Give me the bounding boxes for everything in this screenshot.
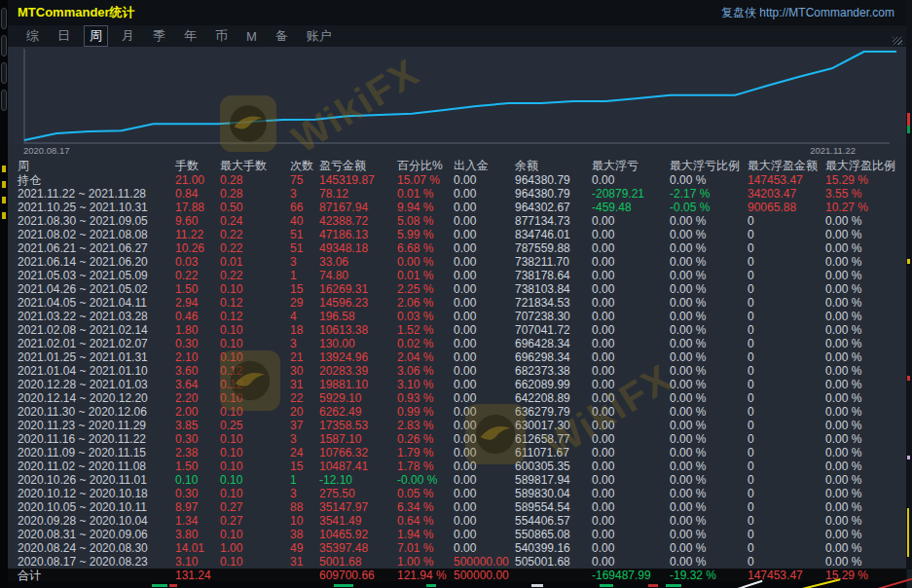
cell: 662089.99 (515, 378, 592, 391)
cell: -2.17 % (670, 187, 748, 201)
table-row[interactable]: 2021.03.22 ~ 2021.03.280.460.124196.580.… (8, 310, 906, 323)
table-row[interactable]: 2021.06.21 ~ 2021.06.2710.260.225149348.… (8, 241, 906, 255)
table-row[interactable]: 2021.01.04 ~ 2021.01.103.600.123020283.3… (8, 364, 906, 378)
cell: 3.10 % (397, 378, 454, 391)
table-row[interactable]: 2020.12.14 ~ 2020.12.202.200.10225929.10… (8, 391, 906, 405)
brand-url[interactable]: http://MTCommander.com (759, 6, 894, 19)
cell: 10.26 (175, 241, 220, 255)
cell: 0.00 (592, 323, 670, 337)
cell: 15.29 % (825, 173, 906, 187)
table-row[interactable]: 2020.08.31 ~ 2020.09.063.800.103810465.9… (8, 528, 906, 541)
menu-item-5[interactable]: 季 (148, 26, 170, 46)
menu-item-1[interactable]: 综 (21, 26, 44, 46)
cell: 0.93 % (397, 391, 454, 405)
table-row[interactable]: 2021.04.26 ~ 2021.05.021.500.101516269.3… (8, 282, 906, 296)
cell: 0.00 % (825, 514, 906, 528)
cell: 0 (748, 555, 825, 569)
cell: 0.30 (175, 337, 220, 350)
cell: 2.25 % (397, 282, 454, 296)
table-row[interactable]: 2020.11.02 ~ 2020.11.081.500.101510487.4… (8, 459, 906, 473)
menu-item-2[interactable]: 日 (53, 26, 75, 46)
cell: 0.00 (592, 350, 670, 364)
cell: 42388.72 (319, 214, 397, 228)
menu-item-7[interactable]: 币 (210, 26, 233, 46)
cell: 696428.34 (515, 337, 592, 350)
background-tick (907, 113, 910, 126)
table-row[interactable]: 2021.02.01 ~ 2021.02.070.300.103130.000.… (8, 337, 906, 350)
cell: 38 (290, 528, 319, 541)
table-row[interactable]: 2021.02.08 ~ 2021.02.141.800.101810613.3… (8, 323, 906, 337)
brand-link[interactable]: 复盘侠 http://MTCommander.com (721, 5, 894, 21)
cell: 2021.11.22 ~ 2021.11.28 (18, 187, 175, 201)
cell: 1587.10 (319, 432, 397, 446)
menu-item-8[interactable]: M (241, 28, 262, 45)
table-row[interactable]: 2020.10.12 ~ 2020.10.180.300.103275.500.… (8, 487, 906, 500)
cell: 500000.00 (454, 555, 515, 569)
cell: -0.05 % (670, 201, 748, 214)
cell: 2021.10.25 ~ 2021.10.31 (18, 201, 175, 214)
table-row[interactable]: 2020.11.09 ~ 2020.11.152.380.102410766.3… (8, 446, 906, 459)
table-row[interactable]: 持仓21.000.2875145319.8715.07 %0.00964380.… (8, 173, 906, 187)
cell: 百分比% (397, 158, 454, 173)
cell: 2.38 (175, 446, 220, 459)
menu-item-3[interactable]: 周 (84, 25, 108, 47)
cell: 3 (290, 255, 319, 269)
menu-item-6[interactable]: 年 (179, 26, 201, 46)
table-row[interactable]: 2020.08.24 ~ 2020.08.3014.011.004935397.… (8, 541, 906, 555)
cell: 51 (290, 228, 319, 241)
table-row[interactable]: 2021.10.25 ~ 2021.10.3117.880.506687167.… (8, 201, 906, 214)
table-row[interactable]: 2020.12.28 ~ 2021.01.033.640.123119881.1… (8, 378, 906, 391)
cell: 0.28 (220, 173, 290, 187)
background-candle (666, 584, 681, 587)
table-row[interactable]: 2020.10.26 ~ 2020.11.010.100.101-12.10-0… (8, 473, 906, 487)
cell: 18 (290, 323, 319, 337)
table-row[interactable]: 2021.05.03 ~ 2021.05.090.220.22174.800.0… (8, 269, 906, 282)
cell: 0.00 (592, 337, 670, 350)
cell: 707041.72 (515, 323, 592, 337)
cell: 35397.48 (319, 541, 397, 555)
menu-item-4[interactable]: 月 (117, 26, 139, 46)
cell: 0.00 (454, 228, 515, 241)
table-row[interactable]: 2020.09.28 ~ 2020.10.041.340.27103541.49… (8, 514, 906, 528)
cell: 0.00 (454, 201, 515, 214)
cell: 2021.03.22 ~ 2021.03.28 (18, 310, 175, 323)
cell: 34203.47 (748, 187, 825, 201)
cell: 0 (748, 459, 825, 473)
table-row[interactable]: 2021.08.02 ~ 2021.08.0811.220.225147186.… (8, 228, 906, 241)
cell: 0 (748, 350, 825, 364)
background-window-bottom-edge (8, 581, 906, 588)
cell: 周 (18, 158, 175, 173)
table-row[interactable]: 2021.11.22 ~ 2021.11.280.840.28378.120.0… (8, 187, 906, 201)
cell: 0.10 (220, 282, 290, 296)
table-row[interactable]: 2020.08.17 ~ 2020.08.233.100.10315001.68… (8, 555, 906, 569)
table-row[interactable]: 2020.11.30 ~ 2020.12.062.000.10206262.49… (8, 405, 906, 419)
titlebar[interactable]: MTCommander统计 复盘侠 http://MTCommander.com (8, 0, 906, 25)
menu-item-9[interactable]: 备 (271, 26, 293, 46)
cell: 611071.67 (515, 446, 592, 459)
cell: 88 (290, 500, 319, 514)
cell: 630017.30 (515, 419, 592, 432)
cell: 3 (290, 187, 319, 201)
table-row[interactable]: 2021.04.05 ~ 2021.04.112.940.122914596.2… (8, 296, 906, 310)
axis-end-date: 2021.11.22 (810, 145, 856, 156)
cell: 0.00 % (825, 459, 906, 473)
table-row[interactable]: 2021.01.25 ~ 2021.01.312.100.102113924.9… (8, 350, 906, 364)
table-header-row: 周手数最大手数次数盈亏金额百分比%出入金余额最大浮亏最大浮亏比例最大浮盈金额最大… (8, 158, 906, 173)
cell: 0 (748, 282, 825, 296)
cell: 2021.08.02 ~ 2021.08.08 (18, 228, 175, 241)
cell: 145319.87 (319, 173, 397, 187)
menu-item-10[interactable]: 账户 (302, 26, 337, 46)
cell: 0.22 (220, 241, 290, 255)
resize-grip-icon[interactable] (893, 37, 902, 45)
cell: 0.12 (220, 364, 290, 378)
cell: 0.00 (592, 473, 670, 487)
cell: 0.01 % (397, 269, 454, 282)
table-row[interactable]: 2021.06.14 ~ 2021.06.200.030.01333.060.0… (8, 255, 906, 269)
table-row[interactable]: 2021.08.30 ~ 2021.09.059.600.244042388.7… (8, 214, 906, 228)
table-row[interactable]: 2020.11.16 ~ 2020.11.220.300.1031587.100… (8, 432, 906, 446)
table-row[interactable]: 2020.11.23 ~ 2020.11.293.850.253717358.5… (8, 419, 906, 432)
cell: 3 (290, 487, 319, 500)
table-row[interactable]: 2020.10.05 ~ 2020.10.118.970.278835147.9… (8, 500, 906, 514)
cell: 0.00 (592, 541, 670, 555)
cell: 6262.49 (319, 405, 397, 419)
